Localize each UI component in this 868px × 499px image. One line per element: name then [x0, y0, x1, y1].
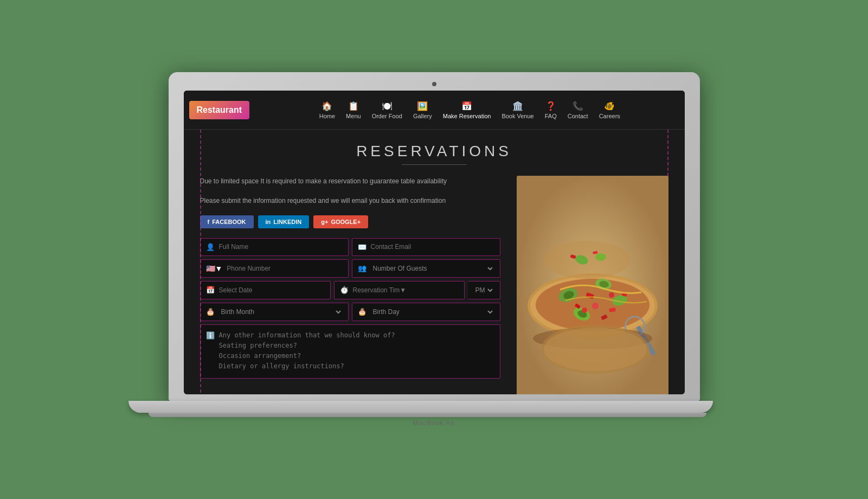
facebook-button[interactable]: f FACEBOOK [200, 215, 254, 228]
info-icon: ℹ️ [206, 331, 215, 373]
contact-email-field[interactable]: ✉️ [352, 238, 500, 256]
time-input[interactable] [353, 286, 459, 294]
website: Restaurant 🏠 Home 📋 Menu 🍽️ Order Foo [184, 91, 685, 394]
nav-reservation[interactable]: 📅 Make Reservation [439, 98, 496, 123]
nav-venue-label: Book Venue [501, 113, 533, 119]
svg-point-17 [592, 303, 599, 309]
nav-items: 🏠 Home 📋 Menu 🍽️ Order Food 🖼️ [260, 98, 679, 123]
calendar-icon: 📅 [206, 286, 215, 294]
linkedin-label: LINKEDIN [273, 219, 301, 225]
nav-faq-label: FAQ [545, 113, 557, 119]
menu-icon: 📋 [348, 101, 359, 111]
clock-icon: ⏱️ [340, 286, 349, 294]
nav-home[interactable]: 🏠 Home [315, 98, 339, 123]
macbook-label: MacBook Air [413, 419, 455, 427]
time-field[interactable]: ⏱️ [334, 281, 465, 299]
nav-faq[interactable]: ❓ FAQ [541, 98, 561, 123]
reservation-form: 👤 ✉️ [200, 238, 500, 379]
form-row-4: 🎂 Birth Month January February March Apr… [200, 303, 500, 321]
facebook-label: FACEBOOK [212, 219, 246, 225]
svg-point-19 [582, 308, 587, 313]
image-section [517, 176, 668, 394]
nav-home-label: Home [319, 113, 335, 119]
navigation: Restaurant 🏠 Home 📋 Menu 🍽️ Order Foo [184, 91, 685, 130]
macbook-base [128, 401, 713, 413]
date-field[interactable]: 📅 [200, 281, 331, 299]
careers-icon: 🐠 [604, 101, 615, 111]
linkedin-icon: in [266, 219, 271, 225]
contact-icon: 📞 [573, 101, 583, 111]
description2: Please submit the information requested … [200, 195, 500, 206]
nav-careers[interactable]: 🐠 Careers [595, 98, 625, 123]
birth-icon: 🎂 [206, 308, 215, 316]
google-button[interactable]: g+ GOOGLE+ [313, 215, 368, 228]
nav-gallery-label: Gallery [413, 113, 432, 119]
side-line-left [200, 130, 201, 394]
home-icon: 🏠 [322, 101, 332, 111]
email-icon: ✉️ [358, 243, 367, 251]
birth-month-select[interactable]: Birth Month January February March April… [219, 308, 343, 316]
form-row-3: 📅 ⏱️ [200, 281, 500, 299]
linkedin-button[interactable]: in LINKEDIN [258, 215, 310, 228]
title-underline [402, 164, 467, 165]
phone-input[interactable] [227, 265, 342, 272]
macbook-screen-outer: Restaurant 🏠 Home 📋 Menu 🍽️ Order Foo [169, 72, 700, 401]
facebook-icon: f [208, 219, 210, 225]
gallery-icon: 🖼️ [417, 101, 428, 111]
macbook-wrapper: Restaurant 🏠 Home 📋 Menu 🍽️ Order Foo [169, 72, 700, 427]
guests-icon: 👥 [358, 264, 367, 272]
venue-icon: 🏛️ [512, 101, 523, 111]
flag-icon: 🇺🇸▼ [206, 264, 223, 273]
content-inner: RESERVATIONS Due to limited space It is … [184, 130, 685, 394]
nav-contact-label: Contact [568, 113, 588, 119]
birth-day-select[interactable]: Birth Day 12345 678910 1112131415 161718… [371, 308, 494, 316]
form-row-1: 👤 ✉️ [200, 238, 500, 256]
guests-select[interactable]: Number Of Guests 1 2 3 4 5 6 7 [371, 264, 494, 273]
page-title: RESERVATIONS [184, 130, 685, 164]
content-area: Due to limited space It is required to m… [184, 176, 685, 394]
food-image [517, 176, 668, 394]
nav-contact[interactable]: 📞 Contact [563, 98, 593, 123]
reservation-icon: 📅 [461, 101, 472, 111]
birth-day-field[interactable]: 🎂 Birth Day 12345 678910 1112131415 1617… [352, 303, 500, 321]
svg-point-18 [609, 292, 614, 298]
ampm-field[interactable]: PM AM [468, 281, 500, 299]
camera-dot [432, 82, 436, 86]
google-label: GOOGLE+ [331, 219, 361, 225]
form-row-2: 🇺🇸▼ 👥 Number Of Guests 1 [200, 259, 500, 278]
nav-menu-label: Menu [346, 113, 361, 119]
nav-order-label: Order Food [372, 113, 402, 119]
email-input[interactable] [371, 243, 494, 251]
nav-gallery[interactable]: 🖼️ Gallery [409, 98, 436, 123]
order-icon: 🍽️ [382, 101, 393, 111]
ampm-select[interactable]: PM AM [473, 286, 494, 295]
birthday-icon: 🎂 [358, 308, 367, 316]
additional-info-textarea[interactable] [219, 330, 494, 373]
nav-careers-label: Careers [599, 113, 620, 119]
svg-point-24 [544, 328, 647, 371]
macbook-screen-inner: Restaurant 🏠 Home 📋 Menu 🍽️ Order Foo [184, 91, 685, 394]
full-name-field[interactable]: 👤 [200, 238, 349, 256]
full-name-input[interactable] [219, 243, 343, 251]
logo[interactable]: Restaurant [189, 101, 250, 119]
google-icon: g+ [321, 219, 328, 225]
additional-info-field[interactable]: ℹ️ [200, 324, 500, 379]
faq-icon: ❓ [545, 101, 556, 111]
description1: Due to limited space It is required to m… [200, 176, 500, 187]
nav-menu[interactable]: 📋 Menu [342, 98, 365, 123]
macbook-bottom [149, 413, 706, 417]
main-content: RESERVATIONS Due to limited space It is … [184, 130, 685, 394]
date-input[interactable] [219, 286, 325, 294]
food-svg [517, 176, 668, 394]
birth-month-field[interactable]: 🎂 Birth Month January February March Apr… [200, 303, 349, 321]
nav-reservation-label: Make Reservation [443, 113, 491, 119]
social-buttons: f FACEBOOK in LINKEDIN g+ [200, 215, 500, 228]
form-section: Due to limited space It is required to m… [200, 176, 500, 394]
nav-order-food[interactable]: 🍽️ Order Food [368, 98, 407, 123]
person-icon: 👤 [206, 243, 215, 251]
phone-field[interactable]: 🇺🇸▼ [200, 259, 349, 278]
guests-field[interactable]: 👥 Number Of Guests 1 2 3 4 5 [352, 259, 500, 278]
nav-book-venue[interactable]: 🏛️ Book Venue [497, 98, 538, 123]
